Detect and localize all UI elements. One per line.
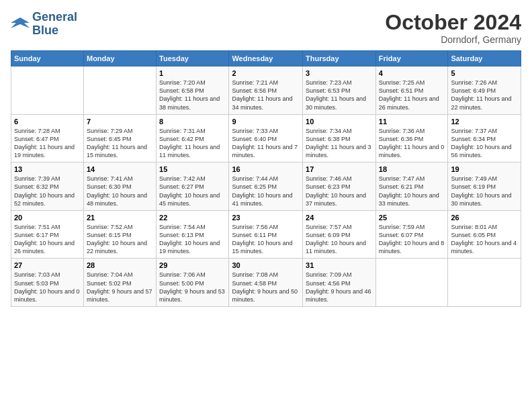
- header-row: Sunday Monday Tuesday Wednesday Thursday…: [11, 51, 521, 66]
- location: Dorndorf, Germany: [385, 34, 521, 45]
- day-info: Sunrise: 7:34 AM Sunset: 6:38 PM Dayligh…: [306, 127, 373, 160]
- day-number: 2: [232, 69, 300, 77]
- calendar-cell: [83, 66, 156, 115]
- day-info: Sunrise: 7:26 AM Sunset: 6:49 PM Dayligh…: [451, 79, 518, 111]
- logo-line2: Blue: [32, 24, 77, 38]
- day-info: Sunrise: 7:29 AM Sunset: 6:45 PM Dayligh…: [87, 127, 153, 160]
- day-info: Sunrise: 7:28 AM Sunset: 6:47 PM Dayligh…: [14, 127, 81, 160]
- calendar-cell: 27Sunrise: 7:03 AM Sunset: 5:03 PM Dayli…: [11, 259, 84, 307]
- calendar-cell: 14Sunrise: 7:41 AM Sunset: 6:30 PM Dayli…: [83, 163, 156, 211]
- day-number: 15: [159, 165, 226, 173]
- day-info: Sunrise: 7:25 AM Sunset: 6:51 PM Dayligh…: [379, 79, 445, 111]
- day-number: 28: [87, 261, 153, 269]
- col-wednesday: Wednesday: [229, 51, 303, 66]
- col-friday: Friday: [375, 51, 448, 66]
- calendar-cell: 16Sunrise: 7:44 AM Sunset: 6:25 PM Dayli…: [229, 163, 303, 211]
- calendar-cell: 23Sunrise: 7:56 AM Sunset: 6:11 PM Dayli…: [229, 210, 303, 259]
- day-info: Sunrise: 7:59 AM Sunset: 6:07 PM Dayligh…: [379, 223, 445, 256]
- calendar-cell: 2Sunrise: 7:21 AM Sunset: 6:56 PM Daylig…: [229, 66, 303, 115]
- logo-line1: General: [32, 11, 77, 24]
- calendar-week-0: 1Sunrise: 7:20 AM Sunset: 6:58 PM Daylig…: [11, 66, 521, 115]
- calendar-cell: 5Sunrise: 7:26 AM Sunset: 6:49 PM Daylig…: [448, 66, 521, 115]
- calendar-cell: 26Sunrise: 8:01 AM Sunset: 6:05 PM Dayli…: [448, 210, 521, 259]
- calendar-cell: 10Sunrise: 7:34 AM Sunset: 6:38 PM Dayli…: [303, 114, 376, 163]
- day-info: Sunrise: 7:37 AM Sunset: 6:34 PM Dayligh…: [451, 127, 518, 160]
- calendar-cell: [375, 259, 448, 307]
- day-info: Sunrise: 8:01 AM Sunset: 6:05 PM Dayligh…: [451, 223, 518, 256]
- page: General Blue October 2024 Dorndorf, Germ…: [0, 0, 532, 411]
- day-info: Sunrise: 7:46 AM Sunset: 6:23 PM Dayligh…: [306, 175, 373, 208]
- calendar-cell: 18Sunrise: 7:47 AM Sunset: 6:21 PM Dayli…: [375, 163, 448, 211]
- day-number: 8: [159, 118, 226, 126]
- day-number: 26: [451, 214, 518, 222]
- day-number: 9: [232, 118, 300, 126]
- calendar-cell: 28Sunrise: 7:04 AM Sunset: 5:02 PM Dayli…: [83, 259, 156, 307]
- header: General Blue October 2024 Dorndorf, Germ…: [11, 11, 521, 45]
- calendar-cell: 8Sunrise: 7:31 AM Sunset: 6:42 PM Daylig…: [157, 114, 229, 163]
- day-info: Sunrise: 7:42 AM Sunset: 6:27 PM Dayligh…: [159, 175, 226, 208]
- day-info: Sunrise: 7:03 AM Sunset: 5:03 PM Dayligh…: [14, 271, 81, 304]
- day-number: 1: [159, 69, 226, 77]
- calendar-cell: 6Sunrise: 7:28 AM Sunset: 6:47 PM Daylig…: [11, 114, 84, 163]
- calendar-week-3: 20Sunrise: 7:51 AM Sunset: 6:17 PM Dayli…: [11, 210, 521, 259]
- col-sunday: Sunday: [11, 51, 84, 66]
- day-number: 17: [306, 165, 373, 173]
- day-number: 27: [14, 261, 81, 269]
- calendar-cell: 24Sunrise: 7:57 AM Sunset: 6:09 PM Dayli…: [303, 210, 376, 259]
- calendar-cell: 1Sunrise: 7:20 AM Sunset: 6:58 PM Daylig…: [157, 66, 229, 115]
- calendar-cell: 4Sunrise: 7:25 AM Sunset: 6:51 PM Daylig…: [375, 66, 448, 115]
- day-number: 29: [159, 261, 226, 269]
- day-number: 16: [232, 165, 300, 173]
- logo: General Blue: [11, 11, 77, 38]
- day-number: 7: [87, 118, 153, 126]
- day-info: Sunrise: 7:56 AM Sunset: 6:11 PM Dayligh…: [232, 223, 300, 256]
- col-thursday: Thursday: [303, 51, 376, 66]
- day-number: 24: [306, 214, 373, 222]
- day-number: 19: [451, 165, 518, 173]
- svg-marker-0: [11, 17, 30, 28]
- day-number: 12: [451, 118, 518, 126]
- day-info: Sunrise: 7:20 AM Sunset: 6:58 PM Dayligh…: [159, 79, 226, 111]
- day-number: 5: [451, 69, 518, 77]
- calendar-cell: 22Sunrise: 7:54 AM Sunset: 6:13 PM Dayli…: [157, 210, 229, 259]
- day-info: Sunrise: 7:21 AM Sunset: 6:56 PM Dayligh…: [232, 79, 300, 111]
- calendar-week-4: 27Sunrise: 7:03 AM Sunset: 5:03 PM Dayli…: [11, 259, 521, 307]
- day-info: Sunrise: 7:41 AM Sunset: 6:30 PM Dayligh…: [87, 175, 153, 208]
- day-info: Sunrise: 7:52 AM Sunset: 6:15 PM Dayligh…: [87, 223, 153, 256]
- calendar-cell: 31Sunrise: 7:09 AM Sunset: 4:56 PM Dayli…: [303, 259, 376, 307]
- logo-text: General Blue: [32, 11, 77, 38]
- calendar-cell: 11Sunrise: 7:36 AM Sunset: 6:36 PM Dayli…: [375, 114, 448, 163]
- calendar-cell: [448, 259, 521, 307]
- day-info: Sunrise: 7:57 AM Sunset: 6:09 PM Dayligh…: [306, 223, 373, 256]
- calendar-cell: 7Sunrise: 7:29 AM Sunset: 6:45 PM Daylig…: [83, 114, 156, 163]
- day-number: 25: [379, 214, 445, 222]
- calendar-week-2: 13Sunrise: 7:39 AM Sunset: 6:32 PM Dayli…: [11, 163, 521, 211]
- col-tuesday: Tuesday: [157, 51, 229, 66]
- day-info: Sunrise: 7:33 AM Sunset: 6:40 PM Dayligh…: [232, 127, 300, 160]
- day-number: 23: [232, 214, 300, 222]
- day-info: Sunrise: 7:06 AM Sunset: 5:00 PM Dayligh…: [159, 271, 226, 304]
- day-info: Sunrise: 7:47 AM Sunset: 6:21 PM Dayligh…: [379, 175, 445, 208]
- calendar-cell: 15Sunrise: 7:42 AM Sunset: 6:27 PM Dayli…: [157, 163, 229, 211]
- day-info: Sunrise: 7:08 AM Sunset: 4:58 PM Dayligh…: [232, 271, 300, 304]
- day-number: 14: [87, 165, 153, 173]
- day-info: Sunrise: 7:51 AM Sunset: 6:17 PM Dayligh…: [14, 223, 81, 256]
- day-number: 4: [379, 69, 445, 77]
- day-number: 31: [306, 261, 373, 269]
- calendar-table: Sunday Monday Tuesday Wednesday Thursday…: [11, 50, 521, 307]
- calendar-cell: 13Sunrise: 7:39 AM Sunset: 6:32 PM Dayli…: [11, 163, 84, 211]
- calendar-cell: 17Sunrise: 7:46 AM Sunset: 6:23 PM Dayli…: [303, 163, 376, 211]
- calendar-cell: 30Sunrise: 7:08 AM Sunset: 4:58 PM Dayli…: [229, 259, 303, 307]
- logo-icon: [11, 16, 30, 32]
- day-number: 18: [379, 165, 445, 173]
- title-block: October 2024 Dorndorf, Germany: [385, 11, 521, 45]
- calendar-week-1: 6Sunrise: 7:28 AM Sunset: 6:47 PM Daylig…: [11, 114, 521, 163]
- calendar-cell: 9Sunrise: 7:33 AM Sunset: 6:40 PM Daylig…: [229, 114, 303, 163]
- day-number: 30: [232, 261, 300, 269]
- month-title: October 2024: [385, 11, 521, 34]
- day-number: 11: [379, 118, 445, 126]
- day-info: Sunrise: 7:36 AM Sunset: 6:36 PM Dayligh…: [379, 127, 445, 160]
- day-number: 10: [306, 118, 373, 126]
- day-info: Sunrise: 7:54 AM Sunset: 6:13 PM Dayligh…: [159, 223, 226, 256]
- day-info: Sunrise: 7:04 AM Sunset: 5:02 PM Dayligh…: [87, 271, 153, 304]
